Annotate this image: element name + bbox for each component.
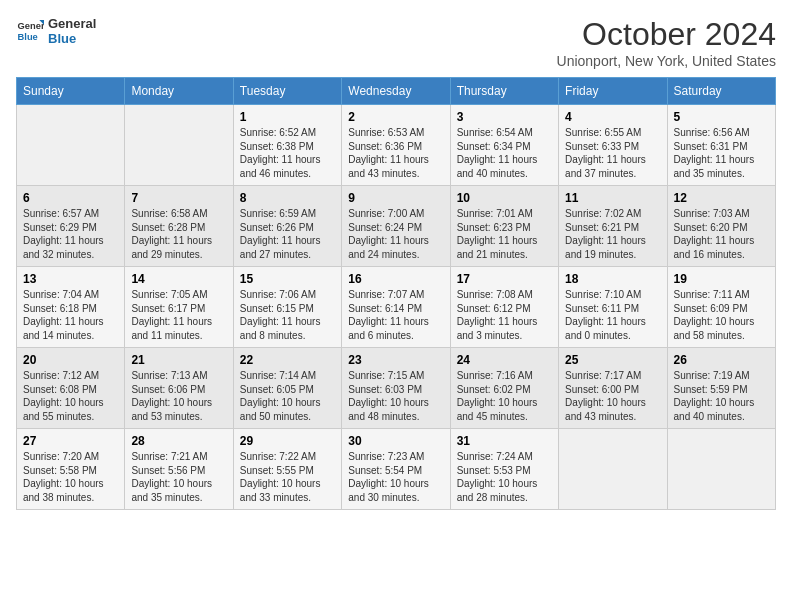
day-info: Sunrise: 6:53 AMSunset: 6:36 PMDaylight:… <box>348 126 443 180</box>
calendar-cell: 29Sunrise: 7:22 AMSunset: 5:55 PMDayligh… <box>233 429 341 510</box>
calendar-cell: 21Sunrise: 7:13 AMSunset: 6:06 PMDayligh… <box>125 348 233 429</box>
calendar-cell: 13Sunrise: 7:04 AMSunset: 6:18 PMDayligh… <box>17 267 125 348</box>
header: General Blue General Blue October 2024 U… <box>16 16 776 69</box>
calendar-cell: 23Sunrise: 7:15 AMSunset: 6:03 PMDayligh… <box>342 348 450 429</box>
day-info: Sunrise: 7:03 AMSunset: 6:20 PMDaylight:… <box>674 207 769 261</box>
calendar-cell: 22Sunrise: 7:14 AMSunset: 6:05 PMDayligh… <box>233 348 341 429</box>
day-info: Sunrise: 7:23 AMSunset: 5:54 PMDaylight:… <box>348 450 443 504</box>
logo-general: General <box>48 16 96 31</box>
day-info: Sunrise: 6:54 AMSunset: 6:34 PMDaylight:… <box>457 126 552 180</box>
location: Unionport, New York, United States <box>557 53 776 69</box>
day-number: 15 <box>240 272 335 286</box>
day-info: Sunrise: 7:04 AMSunset: 6:18 PMDaylight:… <box>23 288 118 342</box>
day-info: Sunrise: 6:52 AMSunset: 6:38 PMDaylight:… <box>240 126 335 180</box>
day-number: 31 <box>457 434 552 448</box>
day-number: 6 <box>23 191 118 205</box>
weekday-header-friday: Friday <box>559 78 667 105</box>
calendar-cell: 15Sunrise: 7:06 AMSunset: 6:15 PMDayligh… <box>233 267 341 348</box>
calendar-cell: 18Sunrise: 7:10 AMSunset: 6:11 PMDayligh… <box>559 267 667 348</box>
day-info: Sunrise: 6:59 AMSunset: 6:26 PMDaylight:… <box>240 207 335 261</box>
day-info: Sunrise: 7:22 AMSunset: 5:55 PMDaylight:… <box>240 450 335 504</box>
calendar-cell: 28Sunrise: 7:21 AMSunset: 5:56 PMDayligh… <box>125 429 233 510</box>
week-row-1: 1Sunrise: 6:52 AMSunset: 6:38 PMDaylight… <box>17 105 776 186</box>
month-title: October 2024 <box>557 16 776 53</box>
day-info: Sunrise: 7:11 AMSunset: 6:09 PMDaylight:… <box>674 288 769 342</box>
svg-text:General: General <box>18 21 44 31</box>
day-number: 27 <box>23 434 118 448</box>
day-number: 22 <box>240 353 335 367</box>
calendar-cell: 17Sunrise: 7:08 AMSunset: 6:12 PMDayligh… <box>450 267 558 348</box>
day-number: 17 <box>457 272 552 286</box>
day-info: Sunrise: 7:20 AMSunset: 5:58 PMDaylight:… <box>23 450 118 504</box>
week-row-3: 13Sunrise: 7:04 AMSunset: 6:18 PMDayligh… <box>17 267 776 348</box>
day-number: 10 <box>457 191 552 205</box>
day-number: 18 <box>565 272 660 286</box>
weekday-header-monday: Monday <box>125 78 233 105</box>
day-number: 1 <box>240 110 335 124</box>
calendar-cell: 30Sunrise: 7:23 AMSunset: 5:54 PMDayligh… <box>342 429 450 510</box>
logo-icon: General Blue <box>16 17 44 45</box>
day-number: 20 <box>23 353 118 367</box>
week-row-5: 27Sunrise: 7:20 AMSunset: 5:58 PMDayligh… <box>17 429 776 510</box>
calendar-cell: 8Sunrise: 6:59 AMSunset: 6:26 PMDaylight… <box>233 186 341 267</box>
calendar-cell: 11Sunrise: 7:02 AMSunset: 6:21 PMDayligh… <box>559 186 667 267</box>
day-number: 14 <box>131 272 226 286</box>
day-number: 9 <box>348 191 443 205</box>
day-info: Sunrise: 7:16 AMSunset: 6:02 PMDaylight:… <box>457 369 552 423</box>
day-number: 3 <box>457 110 552 124</box>
day-info: Sunrise: 6:57 AMSunset: 6:29 PMDaylight:… <box>23 207 118 261</box>
calendar-cell: 19Sunrise: 7:11 AMSunset: 6:09 PMDayligh… <box>667 267 775 348</box>
day-info: Sunrise: 7:06 AMSunset: 6:15 PMDaylight:… <box>240 288 335 342</box>
logo: General Blue General Blue <box>16 16 96 46</box>
day-number: 24 <box>457 353 552 367</box>
calendar-cell <box>559 429 667 510</box>
day-info: Sunrise: 7:08 AMSunset: 6:12 PMDaylight:… <box>457 288 552 342</box>
title-area: October 2024 Unionport, New York, United… <box>557 16 776 69</box>
day-info: Sunrise: 7:13 AMSunset: 6:06 PMDaylight:… <box>131 369 226 423</box>
day-number: 29 <box>240 434 335 448</box>
week-row-2: 6Sunrise: 6:57 AMSunset: 6:29 PMDaylight… <box>17 186 776 267</box>
day-number: 21 <box>131 353 226 367</box>
calendar-cell <box>17 105 125 186</box>
calendar-table: SundayMondayTuesdayWednesdayThursdayFrid… <box>16 77 776 510</box>
day-number: 23 <box>348 353 443 367</box>
day-number: 11 <box>565 191 660 205</box>
calendar-cell: 14Sunrise: 7:05 AMSunset: 6:17 PMDayligh… <box>125 267 233 348</box>
day-number: 19 <box>674 272 769 286</box>
calendar-cell <box>667 429 775 510</box>
day-info: Sunrise: 7:07 AMSunset: 6:14 PMDaylight:… <box>348 288 443 342</box>
weekday-header-wednesday: Wednesday <box>342 78 450 105</box>
day-number: 13 <box>23 272 118 286</box>
day-info: Sunrise: 6:58 AMSunset: 6:28 PMDaylight:… <box>131 207 226 261</box>
weekday-header-tuesday: Tuesday <box>233 78 341 105</box>
weekday-header-thursday: Thursday <box>450 78 558 105</box>
weekday-header-saturday: Saturday <box>667 78 775 105</box>
day-number: 7 <box>131 191 226 205</box>
day-info: Sunrise: 7:17 AMSunset: 6:00 PMDaylight:… <box>565 369 660 423</box>
day-info: Sunrise: 7:14 AMSunset: 6:05 PMDaylight:… <box>240 369 335 423</box>
week-row-4: 20Sunrise: 7:12 AMSunset: 6:08 PMDayligh… <box>17 348 776 429</box>
day-number: 8 <box>240 191 335 205</box>
calendar-cell: 5Sunrise: 6:56 AMSunset: 6:31 PMDaylight… <box>667 105 775 186</box>
calendar-cell: 9Sunrise: 7:00 AMSunset: 6:24 PMDaylight… <box>342 186 450 267</box>
day-info: Sunrise: 7:24 AMSunset: 5:53 PMDaylight:… <box>457 450 552 504</box>
day-info: Sunrise: 7:02 AMSunset: 6:21 PMDaylight:… <box>565 207 660 261</box>
day-info: Sunrise: 6:55 AMSunset: 6:33 PMDaylight:… <box>565 126 660 180</box>
day-number: 2 <box>348 110 443 124</box>
calendar-cell: 10Sunrise: 7:01 AMSunset: 6:23 PMDayligh… <box>450 186 558 267</box>
calendar-cell: 31Sunrise: 7:24 AMSunset: 5:53 PMDayligh… <box>450 429 558 510</box>
calendar-cell <box>125 105 233 186</box>
day-info: Sunrise: 7:00 AMSunset: 6:24 PMDaylight:… <box>348 207 443 261</box>
day-number: 4 <box>565 110 660 124</box>
day-info: Sunrise: 7:12 AMSunset: 6:08 PMDaylight:… <box>23 369 118 423</box>
calendar-cell: 4Sunrise: 6:55 AMSunset: 6:33 PMDaylight… <box>559 105 667 186</box>
logo-blue: Blue <box>48 31 96 46</box>
day-info: Sunrise: 7:19 AMSunset: 5:59 PMDaylight:… <box>674 369 769 423</box>
svg-text:Blue: Blue <box>18 32 38 42</box>
day-info: Sunrise: 7:15 AMSunset: 6:03 PMDaylight:… <box>348 369 443 423</box>
day-number: 16 <box>348 272 443 286</box>
day-info: Sunrise: 7:05 AMSunset: 6:17 PMDaylight:… <box>131 288 226 342</box>
weekday-header-sunday: Sunday <box>17 78 125 105</box>
day-info: Sunrise: 7:10 AMSunset: 6:11 PMDaylight:… <box>565 288 660 342</box>
calendar-cell: 7Sunrise: 6:58 AMSunset: 6:28 PMDaylight… <box>125 186 233 267</box>
